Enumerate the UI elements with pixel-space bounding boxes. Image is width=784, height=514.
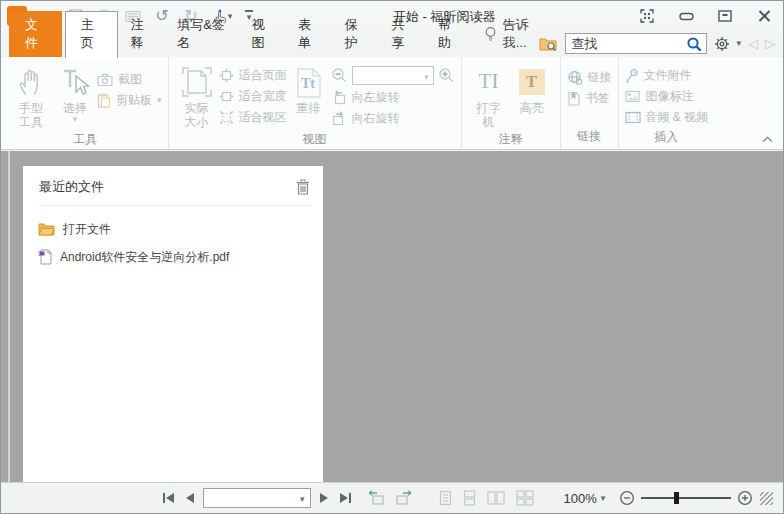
image-annotation-button[interactable]: 图像标注 bbox=[625, 86, 709, 107]
settings-caret-icon[interactable]: ▾ bbox=[737, 39, 742, 48]
rotate-left-button[interactable]: 向左旋转 bbox=[331, 87, 455, 108]
previous-page-button[interactable] bbox=[186, 488, 194, 508]
nav-forward-icon[interactable]: ▷ bbox=[765, 37, 775, 50]
nav-back-icon[interactable]: ◁ bbox=[748, 37, 758, 50]
fit-page-icon bbox=[219, 68, 234, 83]
search-box bbox=[565, 33, 707, 54]
zoom-level-dropdown[interactable]: 100% ▾ bbox=[564, 488, 606, 508]
highlight-icon: T bbox=[519, 63, 545, 101]
fit-visible-button[interactable]: 适合视区 bbox=[219, 107, 287, 128]
zoom-in-icon[interactable] bbox=[438, 67, 455, 84]
link-label: 链接 bbox=[588, 69, 612, 86]
select-button[interactable]: 选择 ▾ bbox=[53, 63, 97, 124]
fullscreen-icon[interactable] bbox=[638, 7, 656, 25]
clear-recent-trash-icon[interactable] bbox=[296, 179, 310, 195]
tab-fill-sign[interactable]: 填写&签名 bbox=[164, 11, 238, 57]
open-file-label: 打开文件 bbox=[63, 221, 111, 238]
ribbon-group-links: 链接 书签 链接 bbox=[561, 57, 619, 149]
resize-grip[interactable] bbox=[760, 492, 773, 505]
snapshot-label: 截图 bbox=[118, 71, 142, 88]
zoom-slider-handle[interactable] bbox=[674, 492, 679, 504]
tab-form[interactable]: 表单 bbox=[285, 11, 332, 57]
file-attachment-button[interactable]: 文件附件 bbox=[625, 65, 709, 86]
fit-page-button[interactable]: 适合页面 bbox=[219, 65, 287, 86]
tab-file[interactable]: 文件 bbox=[9, 11, 62, 57]
single-page-view-button[interactable] bbox=[439, 488, 452, 508]
group-label-view: 视图 bbox=[173, 130, 457, 152]
tab-view[interactable]: 视图 bbox=[238, 11, 285, 57]
clipboard-button[interactable]: 剪贴板 ▾ bbox=[97, 90, 162, 111]
bookmark-icon bbox=[567, 91, 581, 106]
actual-size-button[interactable]: 实际大小 bbox=[175, 63, 219, 130]
ribbon-group-insert: 文件附件 图像标注 音频 & 视频 bbox=[619, 57, 715, 149]
rotate-left-label: 向左旋转 bbox=[352, 89, 400, 106]
zoom-level-combobox[interactable]: ▾ bbox=[352, 66, 434, 85]
tab-share[interactable]: 共享 bbox=[378, 11, 425, 57]
reflow-label: 重排 bbox=[292, 101, 326, 115]
last-page-button[interactable] bbox=[340, 488, 351, 508]
search-icon[interactable] bbox=[686, 36, 703, 53]
window-controls bbox=[638, 1, 773, 31]
typewriter-label: 打字机 bbox=[473, 101, 505, 130]
minimize-icon[interactable] bbox=[677, 7, 695, 25]
next-view-button[interactable] bbox=[395, 488, 413, 508]
foxit-reader-window: G ↺ ↻ ▾ ▾ 开始 - 福昕阅读器 bbox=[0, 0, 784, 514]
close-icon[interactable] bbox=[755, 7, 773, 25]
tab-help[interactable]: 帮助 bbox=[425, 11, 472, 57]
fit-visible-label: 适合视区 bbox=[239, 109, 287, 126]
lightbulb-icon bbox=[484, 26, 497, 42]
previous-view-button[interactable] bbox=[367, 488, 385, 508]
ribbon-tab-bar: 文件 主页 注释 填写&签名 视图 表单 保护 共享 帮助 告诉我... bbox=[1, 31, 783, 57]
settings-gear-icon[interactable] bbox=[714, 36, 730, 52]
fit-width-icon bbox=[219, 89, 234, 104]
image-annotation-icon bbox=[625, 90, 641, 104]
rotate-right-button[interactable]: 向右旋转 bbox=[331, 108, 455, 129]
search-input[interactable] bbox=[566, 34, 706, 53]
hand-tool-button[interactable]: 手型工具 bbox=[9, 63, 53, 130]
typewriter-button[interactable]: TI 打字机 bbox=[468, 63, 510, 130]
continuous-view-button[interactable] bbox=[463, 488, 476, 508]
group-label-tools: 工具 bbox=[7, 130, 164, 152]
document-canvas: 最近的文件 打开文件 Android软件安全与逆向分析.pdf bbox=[1, 151, 783, 482]
link-button[interactable]: 链接 bbox=[567, 67, 612, 88]
search-in-folder-icon[interactable] bbox=[539, 36, 558, 52]
tab-protect[interactable]: 保护 bbox=[332, 11, 379, 57]
open-file-item[interactable]: 打开文件 bbox=[23, 215, 323, 243]
image-annotation-label: 图像标注 bbox=[646, 88, 694, 105]
hand-tool-icon bbox=[16, 63, 46, 101]
zoom-out-button[interactable] bbox=[619, 488, 635, 508]
highlight-button[interactable]: T 高亮 bbox=[510, 63, 554, 115]
tell-me-button[interactable]: 告诉我... bbox=[484, 16, 539, 57]
recent-file-item[interactable]: Android软件安全与逆向分析.pdf bbox=[23, 243, 323, 271]
rotate-right-icon bbox=[331, 111, 347, 126]
facing-view-button[interactable] bbox=[487, 488, 505, 508]
snapshot-button[interactable]: 截图 bbox=[97, 69, 162, 90]
clipboard-label: 剪贴板 bbox=[116, 92, 152, 109]
bookmark-label: 书签 bbox=[586, 90, 610, 107]
recent-files-list: 打开文件 Android软件安全与逆向分析.pdf bbox=[23, 206, 323, 271]
actual-size-label: 实际大小 bbox=[180, 101, 214, 130]
ribbon-group-comment: TI 打字机 T 高亮 注释 bbox=[462, 57, 561, 149]
bookmark-button[interactable]: 书签 bbox=[567, 88, 612, 109]
file-attachment-icon bbox=[625, 68, 639, 83]
reflow-button[interactable]: Tt 重排 bbox=[287, 63, 331, 115]
page-number-combobox[interactable]: ▾ bbox=[203, 488, 311, 508]
next-page-button[interactable] bbox=[320, 488, 328, 508]
pdf-file-icon bbox=[38, 249, 52, 265]
zoom-out-icon[interactable] bbox=[331, 67, 348, 84]
tab-home[interactable]: 主页 bbox=[65, 11, 118, 58]
audio-video-button[interactable]: 音频 & 视频 bbox=[625, 107, 709, 128]
collapse-ribbon-icon[interactable] bbox=[762, 136, 773, 143]
file-attachment-label: 文件附件 bbox=[644, 67, 692, 84]
fit-width-button[interactable]: 适合宽度 bbox=[219, 86, 287, 107]
recent-file-name: Android软件安全与逆向分析.pdf bbox=[60, 249, 229, 266]
zoom-in-button[interactable] bbox=[737, 488, 753, 508]
maximize-icon[interactable] bbox=[716, 7, 734, 25]
group-label-insert: 插入 bbox=[623, 128, 711, 150]
zoom-slider[interactable] bbox=[641, 491, 731, 505]
tab-comment[interactable]: 注释 bbox=[118, 11, 165, 57]
navigation-pane-splitter[interactable] bbox=[8, 151, 10, 482]
continuous-facing-view-button[interactable] bbox=[516, 488, 534, 508]
status-bar: ▾ 100% ▾ bbox=[1, 482, 783, 513]
first-page-button[interactable] bbox=[163, 488, 174, 508]
